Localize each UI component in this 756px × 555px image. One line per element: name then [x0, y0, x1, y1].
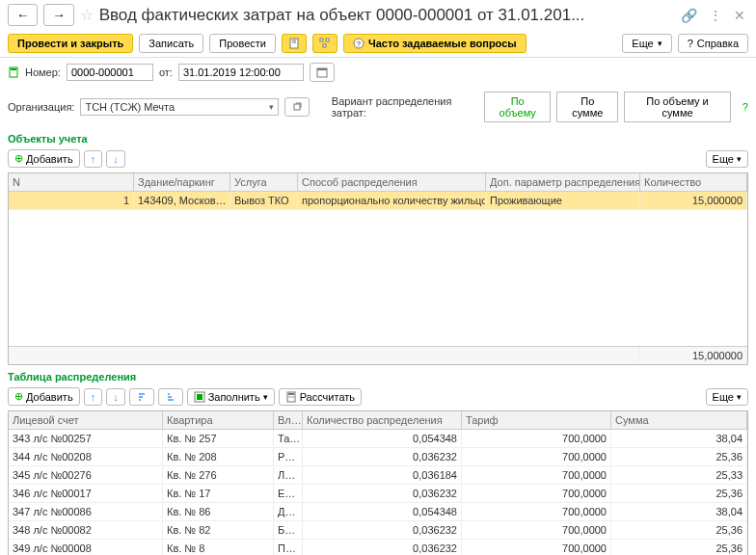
- more-button-1[interactable]: Еще ▾: [706, 150, 748, 168]
- from-label: от:: [159, 66, 173, 78]
- col-sum[interactable]: Сумма: [611, 411, 747, 429]
- col-owner[interactable]: Вл…: [274, 411, 303, 429]
- col-service[interactable]: Услуга: [230, 173, 298, 191]
- tree-icon: [319, 38, 331, 49]
- section1-title: Объекты учета: [0, 127, 756, 146]
- calc-icon: [285, 391, 297, 403]
- svg-rect-16: [288, 393, 294, 395]
- more-button-2[interactable]: Еще ▾: [706, 388, 748, 406]
- objects-table: N Здание/паркинг Услуга Способ распредел…: [8, 172, 748, 365]
- table-row[interactable]: 345 л/с №00276Кв. № 276Л…0,036184700,000…: [9, 466, 747, 485]
- svg-rect-12: [294, 104, 300, 110]
- col-tariff[interactable]: Тариф: [462, 411, 611, 429]
- close-icon[interactable]: ✕: [731, 8, 748, 23]
- chevron-down-icon: ▾: [265, 102, 274, 112]
- move-down-button-1[interactable]: ↓: [106, 150, 125, 168]
- arrow-up-icon: ↑: [91, 391, 96, 403]
- svg-rect-9: [11, 68, 16, 70]
- table-row[interactable]: 1 143409, Москов… Вывоз ТКО пропорционал…: [9, 192, 747, 210]
- col-method[interactable]: Способ распределения: [298, 173, 486, 191]
- dist-both-button[interactable]: По объему и сумме: [624, 92, 731, 122]
- section2-title: Таблица распределения: [0, 365, 756, 384]
- sort-desc-button[interactable]: [158, 388, 183, 406]
- svg-rect-4: [326, 39, 329, 41]
- col-n[interactable]: N: [9, 173, 134, 191]
- table-row[interactable]: 343 л/с №00257Кв. № 257Та…0,054348700,00…: [9, 430, 747, 448]
- table-header: N Здание/паркинг Услуга Способ распредел…: [9, 173, 747, 192]
- faq-button[interactable]: ? Часто задаваемые вопросы: [343, 34, 526, 53]
- col-flat[interactable]: Квартира: [163, 411, 274, 429]
- sort-asc-icon: [136, 391, 148, 403]
- col-qty2[interactable]: Количество распределения: [303, 411, 462, 429]
- arrow-down-icon: ↓: [113, 153, 119, 165]
- add-row-button-1[interactable]: ⊕ Добавить: [8, 149, 80, 168]
- dist-volume-button[interactable]: По объему: [484, 92, 551, 122]
- sort-asc-button[interactable]: [129, 388, 154, 406]
- move-up-button-2[interactable]: ↑: [84, 388, 103, 406]
- document-icon: [288, 38, 300, 49]
- structure-button[interactable]: [312, 34, 338, 53]
- arrow-up-icon: ↑: [91, 153, 96, 165]
- dist-help-icon[interactable]: ?: [737, 101, 748, 113]
- svg-point-17: [288, 396, 289, 397]
- table-row[interactable]: 344 л/с №00208Кв. № 208Р…0,036232700,000…: [9, 448, 747, 466]
- move-down-button-2[interactable]: ↓: [106, 388, 125, 406]
- calendar-button[interactable]: [310, 63, 335, 82]
- date-input[interactable]: [178, 64, 304, 81]
- plus-icon: ⊕: [14, 390, 23, 403]
- link-icon[interactable]: 🔗: [678, 8, 700, 23]
- forward-button[interactable]: →: [43, 4, 73, 26]
- svg-point-18: [290, 396, 291, 397]
- post-button[interactable]: Провести: [209, 34, 276, 53]
- svg-rect-11: [317, 68, 327, 70]
- table-row[interactable]: 349 л/с №00008Кв. № 8П…0,036232700,00002…: [9, 540, 747, 555]
- favorite-icon[interactable]: ☆: [80, 6, 94, 24]
- fill-button[interactable]: Заполнить ▾: [187, 388, 275, 406]
- svg-rect-5: [323, 44, 326, 47]
- sort-desc-icon: [165, 391, 176, 403]
- svg-rect-14: [197, 394, 202, 400]
- faq-icon: ?: [353, 38, 364, 49]
- org-open-button[interactable]: [284, 97, 310, 117]
- table-row[interactable]: 348 л/с №00082Кв. № 82Б…0,036232700,0000…: [9, 521, 747, 540]
- dist-sum-button[interactable]: По сумме: [556, 92, 618, 122]
- table-row[interactable]: 346 л/с №00017Кв. № 17Е…0,036232700,0000…: [9, 485, 747, 503]
- dist-label: Вариант распределения затрат:: [332, 95, 478, 119]
- arrow-down-icon: ↓: [113, 391, 119, 403]
- move-up-button-1[interactable]: ↑: [84, 150, 103, 168]
- open-icon: [291, 101, 303, 113]
- org-label: Организация:: [8, 101, 74, 113]
- svg-text:?: ?: [357, 40, 362, 48]
- org-dropdown[interactable]: ТСН (ТСЖ) Мечта ▾: [80, 98, 278, 116]
- svg-point-19: [292, 396, 293, 397]
- footer-qty-1: 15,000000: [640, 347, 747, 364]
- fill-icon: [194, 391, 205, 403]
- kebab-icon[interactable]: ⋮: [706, 8, 725, 23]
- svg-rect-3: [320, 39, 323, 41]
- col-qty[interactable]: Количество: [640, 173, 747, 191]
- post-and-close-button[interactable]: Провести и закрыть: [8, 34, 133, 53]
- distribution-table: Лицевой счет Квартира Вл… Количество рас…: [8, 410, 748, 555]
- help-button[interactable]: ? Справка: [678, 34, 748, 53]
- plus-icon: ⊕: [14, 152, 23, 165]
- more-button[interactable]: Еще ▾: [622, 34, 671, 53]
- number-input[interactable]: [67, 64, 153, 81]
- col-param[interactable]: Доп. параметр распределения: [486, 173, 640, 191]
- back-button[interactable]: ←: [8, 4, 38, 26]
- col-building[interactable]: Здание/паркинг: [134, 173, 230, 191]
- table-row[interactable]: 347 л/с №00086Кв. № 86Д…0,054348700,0000…: [9, 503, 747, 521]
- add-row-button-2[interactable]: ⊕ Добавить: [8, 387, 80, 406]
- doc-icon: [8, 66, 19, 78]
- col-account[interactable]: Лицевой счет: [9, 411, 163, 429]
- calendar-icon: [316, 66, 328, 78]
- save-button[interactable]: Записать: [139, 34, 203, 53]
- calc-button[interactable]: Рассчитать: [279, 388, 362, 406]
- page-title: Ввод фактических затрат на объект 0000-0…: [99, 6, 672, 25]
- number-label: Номер:: [25, 66, 61, 78]
- report-button[interactable]: [282, 34, 307, 53]
- table-header-2: Лицевой счет Квартира Вл… Количество рас…: [9, 411, 747, 430]
